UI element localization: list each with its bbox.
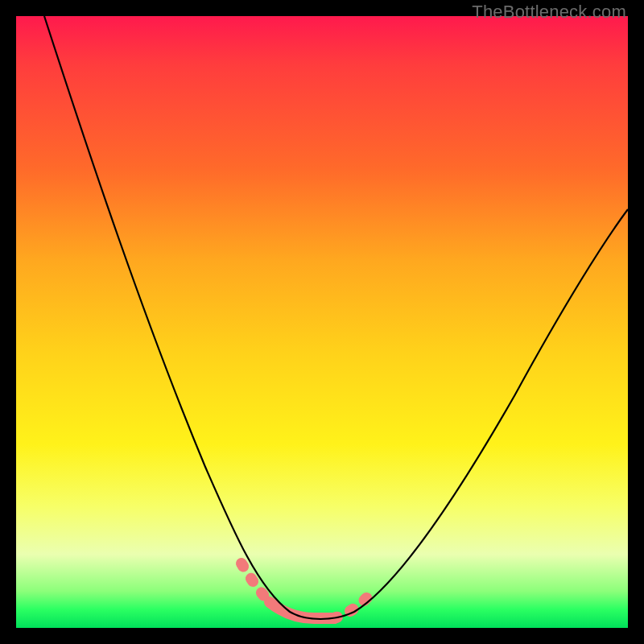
optimal-range-marker-left — [242, 564, 270, 602]
optimal-range-marker-right — [334, 596, 369, 618]
plot-area — [16, 16, 628, 628]
chart-frame: TheBottleneck.com — [0, 0, 644, 644]
watermark-text: TheBottleneck.com — [472, 0, 626, 23]
optimal-range-marker — [270, 602, 334, 618]
bottleneck-curve — [44, 16, 628, 619]
curve-layer — [16, 16, 628, 628]
